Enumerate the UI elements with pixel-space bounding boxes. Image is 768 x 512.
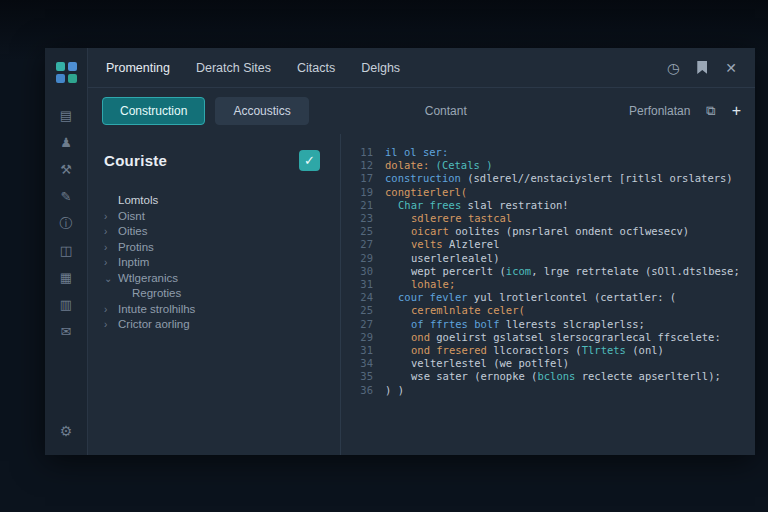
code-line: 12dolate: (Cetals ) xyxy=(351,159,747,172)
line-number: 21 xyxy=(351,199,373,212)
line-number: 24 xyxy=(351,291,373,304)
couriste-checkbox[interactable]: ✓ xyxy=(299,150,320,171)
nav-item-deratch-sites[interactable]: Deratch Sites xyxy=(196,61,271,75)
code-text: lohale; xyxy=(385,278,455,291)
line-number: 17 xyxy=(351,172,373,185)
code-text: cour fevler yul lrotlerlcontel (certatle… xyxy=(385,291,676,304)
calendar-icon[interactable]: ▦ xyxy=(60,271,72,284)
line-number: 12 xyxy=(351,159,373,172)
info-icon[interactable]: ⓘ xyxy=(60,217,73,230)
line-number: 31 xyxy=(351,344,373,357)
code-text: ceremlnlate celer( xyxy=(385,304,525,317)
code-line: 25oicart oolites (pnsrlarel ondent ocflw… xyxy=(351,225,747,238)
line-number: 11 xyxy=(351,146,373,159)
logo-dot xyxy=(56,62,65,71)
code-text: ond goelirst gslatsel slersocgrarlecal f… xyxy=(385,331,721,344)
chevron-icon: › xyxy=(104,257,112,268)
top-navigation-bar: Promenting Deratch Sites Citacts Delghs … xyxy=(88,48,755,88)
line-number: 30 xyxy=(351,265,373,278)
tree-item-label: Oisnt xyxy=(118,211,145,222)
code-text: dolate: (Cetals ) xyxy=(385,159,492,172)
code-line: 27of ffrtes bolf llerests slcraplerlss; xyxy=(351,318,747,331)
nav-item-promenting[interactable]: Promenting xyxy=(106,61,170,75)
code-text: wept percerlt (icom, lrge retrtelate (sO… xyxy=(385,265,740,278)
line-number: 31 xyxy=(351,278,373,291)
tree-item[interactable]: ›Oisnt xyxy=(104,211,326,222)
tree-item[interactable]: Lomtols xyxy=(104,195,326,206)
code-line: 31ond fresered llcoractlors (Tlrtets (on… xyxy=(351,344,747,357)
line-number: 19 xyxy=(351,186,373,199)
code-text: velts Alzlerel xyxy=(385,238,500,251)
logo-dot xyxy=(68,62,77,71)
app-logo[interactable] xyxy=(56,62,77,83)
tree-item[interactable]: ›Inptim xyxy=(104,257,326,268)
tree-item[interactable]: ›Intute strolhilhs xyxy=(104,304,326,315)
tree-item[interactable]: ›Protins xyxy=(104,242,326,253)
gear-icon[interactable]: ⚙ xyxy=(60,423,73,439)
nav-item-citacts[interactable]: Citacts xyxy=(297,61,335,75)
toolbar: Construction Accoustics Contant Perfonla… xyxy=(88,88,755,134)
line-number: 27 xyxy=(351,318,373,331)
code-line: 31lohale; xyxy=(351,278,747,291)
tab-accoustics[interactable]: Accoustics xyxy=(215,97,308,125)
line-number: 34 xyxy=(351,357,373,370)
user-icon[interactable]: ♟ xyxy=(60,136,72,149)
icon-rail: ▤♟⚒✎ⓘ◫▦▥✉ ⚙ xyxy=(45,48,88,455)
code-text: velterlestel (we potlfel) xyxy=(385,357,569,370)
code-line: 17construction (sdlerel//enstaciyslert [… xyxy=(351,172,747,185)
chevron-icon: › xyxy=(104,242,112,253)
tree-item-label: Intute strolhilhs xyxy=(118,304,195,315)
code-line: 27velts Alzlerel xyxy=(351,238,747,251)
nav-item-delghs[interactable]: Delghs xyxy=(361,61,400,75)
tree-item-label: Protins xyxy=(118,242,154,253)
chevron-icon: › xyxy=(104,319,112,330)
tree-item[interactable]: ⌄Wtlgeranics xyxy=(104,273,326,284)
file-icon[interactable]: ▥ xyxy=(60,298,72,311)
history-icon[interactable]: ◷ xyxy=(667,61,679,75)
code-line: 36) ) xyxy=(351,384,747,397)
close-icon[interactable]: ✕ xyxy=(725,61,737,75)
tree-item-label: Inptim xyxy=(118,257,149,268)
code-text: wse sater (ernopke (bclons reclecte apse… xyxy=(385,370,721,383)
tree-item[interactable]: ›Oities xyxy=(104,226,326,237)
code-text: ond fresered llcoractlors (Tlrtets (onl) xyxy=(385,344,664,357)
line-number: 29 xyxy=(351,331,373,344)
chevron-icon: › xyxy=(104,211,112,222)
perfonlatan-label: Perfonlatan xyxy=(629,104,690,118)
code-line: 30wept percerlt (icom, lrge retrtelate (… xyxy=(351,265,747,278)
code-line: 24cour fevler yul lrotlerlcontel (certat… xyxy=(351,291,747,304)
tree-list: Lomtols›Oisnt›Oities›Protins›Inptim⌄Wtlg… xyxy=(104,195,326,330)
page-title: Couriste xyxy=(104,152,167,169)
chevron-icon: › xyxy=(104,226,112,237)
line-number: 25 xyxy=(351,225,373,238)
code-editor[interactable]: 11il ol ser:12dolate: (Cetals )17constru… xyxy=(340,134,755,455)
tree-item-label: Wtlgeranics xyxy=(118,273,178,284)
briefcase-icon[interactable]: ◫ xyxy=(60,244,72,257)
code-text: userlerlealel) xyxy=(385,252,500,265)
topbar-actions: ◷ ✕ xyxy=(667,61,737,75)
document-icon[interactable]: ▤ xyxy=(60,109,72,122)
code-line: 11il ol ser: xyxy=(351,146,747,159)
bookmark-icon[interactable] xyxy=(697,61,707,74)
tree-item[interactable]: ›Crictor aorling xyxy=(104,319,326,330)
tree-item[interactable]: Regroties xyxy=(104,288,326,299)
line-number: 25 xyxy=(351,304,373,317)
content-section-label: Contant xyxy=(425,104,467,118)
toolbar-right-group: Perfonlatan ⧉ + xyxy=(629,103,741,119)
mail-icon[interactable]: ✉ xyxy=(61,325,72,338)
code-text: sdlerere tastcal xyxy=(385,212,512,225)
content-area: Couriste ✓ Lomtols›Oisnt›Oities›Protins›… xyxy=(88,134,755,455)
tools-icon[interactable]: ⚒ xyxy=(60,163,72,176)
line-number: 36 xyxy=(351,384,373,397)
sidebar-panel: Couriste ✓ Lomtols›Oisnt›Oities›Protins›… xyxy=(88,134,340,455)
tab-construction[interactable]: Construction xyxy=(102,97,205,125)
code-text: construction (sdlerel//enstaciyslert [ri… xyxy=(385,172,733,185)
pencil-icon[interactable]: ✎ xyxy=(61,190,72,203)
code-text: Char frees slal restration! xyxy=(385,199,569,212)
line-number: 35 xyxy=(351,370,373,383)
page-icon[interactable]: ⧉ xyxy=(706,103,715,119)
add-button[interactable]: + xyxy=(732,103,741,119)
tree-item-label: Lomtols xyxy=(118,195,158,206)
code-text: ) ) xyxy=(385,384,404,397)
code-text: oicart oolites (pnsrlarel ondent ocflwes… xyxy=(385,225,689,238)
